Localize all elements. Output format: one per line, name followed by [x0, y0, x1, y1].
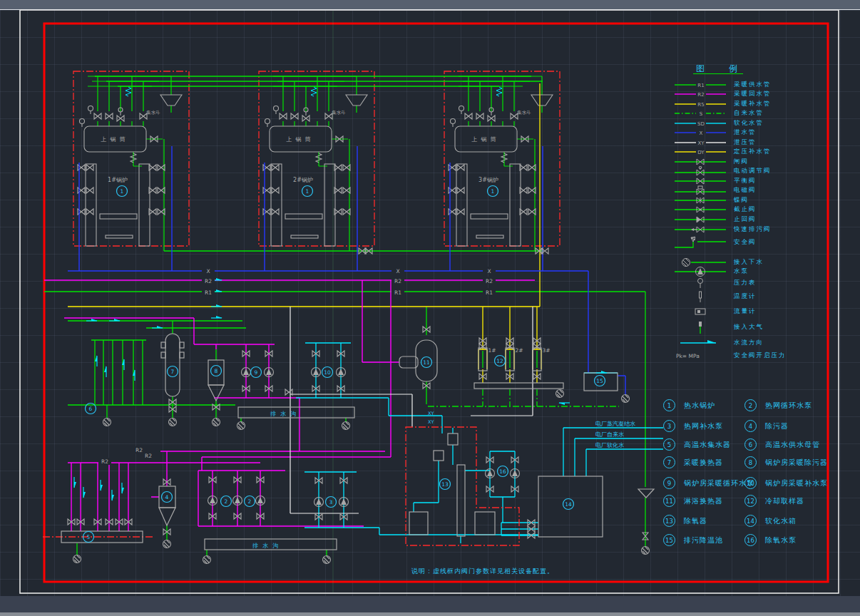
equipment-item: 9锅炉房采暖循环水泵: [663, 477, 754, 489]
legend-symbol-row: 安全阀: [673, 237, 757, 247]
window-bottom-bar[interactable]: [0, 596, 860, 612]
svg-text:S: S: [700, 111, 703, 117]
equipment-item: 16除氧水泵: [744, 534, 797, 546]
equipment-item: 11淋浴换热器: [663, 495, 723, 507]
equipment-item: 10锅炉房采暖补水泵: [744, 477, 828, 489]
legend-valve-row: 电动调节阀: [673, 166, 772, 176]
equipment-item: 7采暖换热器: [663, 456, 723, 468]
legend-symbol-row: 水流方向: [673, 338, 764, 348]
legend-symbol-row: 接入大气: [673, 322, 764, 332]
legend-line-row: S 自来水管: [673, 108, 764, 118]
equipment-item: 12冷却取样器: [744, 495, 804, 507]
equipment-item: 5高温水集水器: [663, 438, 731, 451]
legend-valve-row: 闸阀: [673, 157, 749, 167]
equipment-item: 2热网循环水泵: [744, 399, 812, 411]
equipment-item: 14软化水箱: [744, 515, 797, 527]
equipment-item: 3热网补水泵: [663, 420, 723, 432]
svg-text:SD: SD: [697, 121, 705, 127]
svg-text:X: X: [700, 130, 703, 136]
legend-valve-row: 止回阀: [673, 215, 757, 225]
equipment-item: 4除污器: [744, 420, 789, 432]
svg-text:XY: XY: [697, 140, 705, 146]
svg-text:R2: R2: [697, 92, 704, 98]
equipment-item: 13除氧器: [663, 515, 707, 527]
legend-symbol-row: 压力表: [673, 278, 757, 288]
legend-symbol-row: 水泵: [673, 267, 749, 277]
svg-text:DY: DY: [697, 150, 705, 155]
svg-text:Pk= MPa: Pk= MPa: [676, 353, 700, 359]
legend-line-row: R2 采暖回水管: [673, 89, 772, 99]
legend-valve-row: 快速排污阀: [673, 225, 772, 235]
equipment-item: 15排污降温池: [663, 534, 723, 546]
legend-title-rule: [693, 73, 743, 74]
legend-line-row: XY 泄压管: [673, 138, 757, 148]
legend-valve-row: 蝶阀: [673, 195, 749, 205]
legend-valve-row: 电磁阀: [673, 185, 757, 195]
legend-valve-row: 平衡阀: [673, 176, 757, 186]
svg-text:R1: R1: [697, 83, 704, 88]
drawing-note: 说明：虚线框内阀门参数详见相关设备配置。: [411, 567, 554, 576]
equipment-item: 1热水锅炉: [663, 399, 715, 411]
legend-valve-row: 截止阀: [673, 205, 757, 215]
legend-line-row: R1 采暖供水管: [673, 80, 772, 90]
legend-line-row: DY 定压补水管: [673, 147, 772, 157]
window-bottom-edge: [0, 612, 860, 616]
legend-symbol-row: 温度计: [673, 292, 757, 302]
legend-line-row: R5 采暖补水管: [673, 99, 772, 109]
equipment-item: 6高温水供水母管: [744, 438, 820, 451]
equipment-item: 8锅炉房采暖除污器: [744, 456, 828, 468]
legend-symbol-row: 流量计: [673, 307, 757, 317]
legend-line-row: SD 软化水管: [673, 118, 764, 128]
window-top-bar[interactable]: [0, 0, 860, 10]
svg-text:R5: R5: [697, 102, 704, 108]
legend-symbol-row: Pk= MPa 安全阀开启压力: [673, 351, 787, 361]
legend-line-row: X 泄水管: [673, 128, 757, 138]
